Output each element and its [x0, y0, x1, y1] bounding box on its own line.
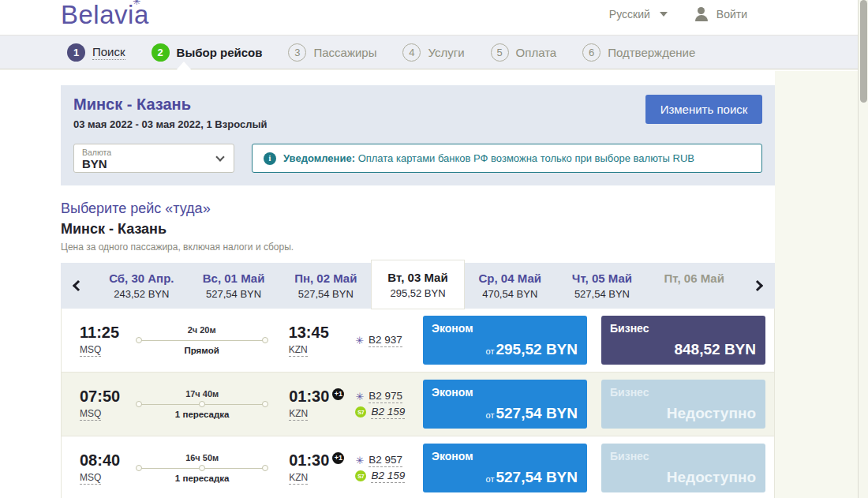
flight-number-link[interactable]: B2 159 [371, 470, 405, 483]
date-tab[interactable]: Пн, 02 Май 527,54 BYN [279, 263, 372, 309]
step-search[interactable]: 1 Поиск [67, 43, 125, 62]
step-label: Поиск [92, 45, 125, 60]
flight-duration: 17ч 40м [185, 389, 219, 399]
flight-number-link[interactable]: B2 957 [369, 454, 402, 467]
selection-heading: Выберите рейс «туда» Минск - Казань Цена… [61, 200, 775, 253]
currency-label: Валюта [82, 148, 226, 157]
stops-label: Прямой [184, 346, 219, 355]
fare-class-label: Бизнес [610, 386, 649, 399]
price-note: Цена за одного пассажира, включая налоги… [61, 242, 775, 253]
airlines-info: ✳ B2 937 [355, 334, 423, 347]
arrival-airport-code[interactable]: KZN [289, 408, 308, 421]
date-tab-disabled: Пт, 06 Май [648, 263, 740, 309]
business-fare-unavailable: Бизнес Недоступно [601, 444, 765, 492]
date-tab-price: 527,54 BYN [298, 288, 354, 300]
airlines-info: ✳ B2 957 S7 B2 159 [355, 454, 423, 483]
business-fare-button[interactable]: Бизнес 848,52 BYN [601, 316, 765, 365]
flight-row: 08:40 MSQ 16ч 50м 1 пересадка 01:30+1 KZ… [62, 436, 774, 498]
stops-label: 1 пересадка [175, 474, 230, 483]
step-flight-selection[interactable]: 2 Выбор рейсов [152, 43, 263, 62]
notification-body: Оплата картами банков РФ возможна только… [358, 152, 694, 164]
fare-class-label: Эконом [432, 386, 473, 399]
s7-airlines-icon: S7 [355, 406, 366, 417]
fare-price: Недоступно [667, 469, 756, 486]
step-label: Подтверждение [608, 46, 695, 59]
step-confirmation: 6 Подтверждение [582, 43, 695, 62]
main-content: Минск - Казань 03 мая 2022 - 03 мая 2022… [61, 69, 775, 498]
departure-time: 07:50 [80, 388, 120, 406]
date-tab-label: Чт, 05 Май [572, 271, 632, 285]
info-icon: i [264, 152, 276, 165]
arrival-airport-code[interactable]: KZN [289, 472, 308, 485]
departure-airport-code[interactable]: MSQ [80, 408, 101, 421]
date-tab[interactable]: Чт, 05 Май 527,54 BYN [556, 263, 649, 309]
step-number: 2 [152, 43, 170, 62]
step-label: Услуги [428, 46, 464, 59]
arrival-time: 13:45 [289, 324, 329, 342]
date-tab-label: Сб, 30 Апр. [109, 271, 174, 285]
notification-text: Уведомление: Оплата картами банков РФ во… [283, 152, 694, 164]
change-search-button[interactable]: Изменить поиск [645, 95, 762, 124]
flight-row: 11:25 MSQ 2ч 20м Прямой 13:45 KZN ✳ [62, 309, 774, 373]
econom-fare-button[interactable]: Эконом от527,54 BYN [423, 444, 587, 492]
departure-time: 11:25 [80, 324, 120, 342]
date-tab-price: 527,54 BYN [574, 288, 630, 300]
arrival-airport-code[interactable]: KZN [289, 344, 308, 357]
scrollbar-thumb[interactable] [860, 0, 867, 103]
fare-class-label: Бизнес [610, 322, 649, 335]
route-timeline [136, 464, 268, 472]
select-flight-route: Минск - Казань [61, 221, 775, 238]
date-tab[interactable]: Ср, 04 Май 470,54 BYN [464, 263, 556, 309]
belavia-icon: ✳ [355, 335, 364, 346]
prev-dates-button[interactable] [61, 263, 95, 309]
date-tab-price: 470,54 BYN [482, 288, 537, 300]
select-flight-title: Выберите рейс «туда» [61, 200, 775, 217]
language-label: Русский [609, 8, 650, 21]
notification-banner: i Уведомление: Оплата картами банков РФ … [252, 144, 762, 173]
departure-airport-code[interactable]: MSQ [80, 472, 101, 485]
snowflake-icon: ✳ [133, 0, 140, 7]
airline-row: S7 B2 159 [355, 470, 423, 483]
stops-label: 1 пересадка [175, 410, 230, 419]
date-tab-label: Пт, 06 Май [664, 271, 724, 285]
route-timeline [136, 400, 268, 408]
top-bar-right: Русский Войти [609, 7, 747, 21]
date-tab[interactable]: Сб, 30 Апр. 243,52 BYN [95, 263, 188, 309]
page: Belavia ✳ Русский Войти 1 Поиск 2 Выбор … [0, 0, 868, 498]
departure-airport-code[interactable]: MSQ [80, 344, 101, 357]
fare-price: Недоступно [667, 405, 756, 422]
chevron-left-icon [73, 280, 84, 291]
belavia-logo[interactable]: Belavia ✳ [61, 0, 149, 30]
flight-number-link[interactable]: B2 975 [369, 390, 402, 403]
econom-fare-button[interactable]: Эконом от527,54 BYN [423, 380, 587, 429]
language-selector[interactable]: Русский [609, 8, 668, 21]
date-tab-label: Ср, 04 Май [479, 271, 541, 285]
login-button[interactable]: Войти [694, 7, 747, 21]
econom-fare-button[interactable]: Эконом от295,52 BYN [423, 316, 587, 365]
currency-value: BYN [82, 157, 226, 170]
fare-price: 527,54 BYN [496, 405, 578, 421]
plus-day-badge: +1 [332, 388, 344, 400]
currency-select[interactable]: Валюта BYN [73, 144, 234, 173]
fare-from-label: от [486, 346, 495, 356]
route-timeline [136, 336, 268, 344]
flight-number-link[interactable]: B2 937 [369, 334, 402, 347]
date-tab[interactable]: Вс, 01 Май 527,54 BYN [188, 263, 280, 309]
date-tab-selected[interactable]: Вт, 03 Май 295,52 BYN [372, 260, 464, 309]
step-services: 4 Услуги [402, 43, 464, 62]
plus-day-badge: +1 [332, 452, 344, 464]
airline-row: S7 B2 159 [355, 406, 423, 419]
airline-row: ✳ B2 975 [355, 390, 423, 403]
step-passengers: 3 Пассажиры [288, 43, 376, 62]
fare-price: 848,52 BYN [674, 341, 756, 358]
fare-price: 295,52 BYN [496, 341, 578, 358]
scrollbar-track[interactable] [858, 0, 868, 498]
summary-controls-row: Валюта BYN i Уведомление: Оплата картами… [73, 144, 762, 173]
route-info: 17ч 40м 1 пересадка [136, 389, 268, 419]
date-tab-price: 527,54 BYN [206, 288, 261, 300]
flight-number-link[interactable]: B2 159 [371, 406, 405, 419]
flight-duration: 16ч 50м [185, 453, 219, 462]
next-dates-button[interactable] [740, 263, 775, 309]
fare-buttons: Эконом от527,54 BYN Бизнес Недоступно [423, 380, 765, 429]
date-tab-label: Вс, 01 Май [203, 271, 265, 285]
